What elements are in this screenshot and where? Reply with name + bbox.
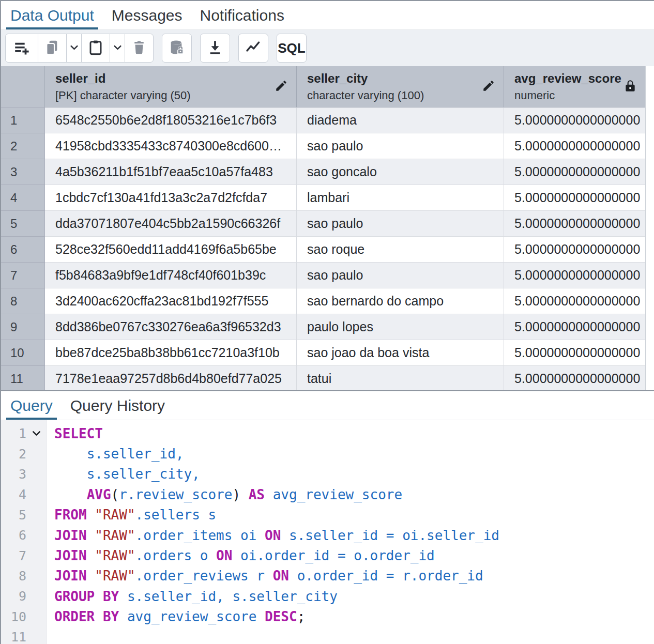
code-line[interactable]: SELECT [47, 423, 654, 443]
row-number[interactable]: 1 [1, 108, 45, 133]
cell[interactable]: 5.0000000000000000 [504, 133, 646, 159]
cell[interactable]: 5.0000000000000000 [504, 288, 646, 314]
cell[interactable]: 7178e1eaa97257d8b6d4b80efd77a025 [45, 366, 297, 390]
cell[interactable]: 5.0000000000000000 [504, 237, 646, 263]
tab-messages[interactable]: Messages [108, 1, 187, 29]
cell[interactable]: sao roque [297, 237, 504, 263]
grid-header-row: seller_id [PK] character varying (50) se… [1, 66, 654, 108]
row-number[interactable]: 6 [1, 237, 45, 263]
column-header-seller-id[interactable]: seller_id [PK] character varying (50) [45, 66, 297, 107]
cell[interactable]: 5.0000000000000000 [504, 263, 646, 288]
copy-options-button[interactable] [66, 34, 82, 63]
cell[interactable]: 5.0000000000000000 [504, 314, 646, 340]
table-row: 10bbe87dce25ba8b38bb61cc7210a3f10bsao jo… [1, 340, 654, 366]
copy-button[interactable] [38, 34, 67, 63]
delete-row-button[interactable] [125, 34, 154, 63]
code-line[interactable]: FROM "RAW".sellers s [47, 505, 654, 525]
fold-chevron-icon[interactable] [26, 430, 46, 437]
cell[interactable]: sao bernardo do campo [297, 288, 504, 314]
cell[interactable]: paulo lopes [297, 314, 504, 340]
table-row: 5dda37071807e404c5bb2a1590c66326fsao pau… [1, 211, 654, 237]
code-line[interactable]: AVG(r.review_score) AS avg_review_score [47, 484, 654, 504]
cell[interactable]: 5.0000000000000000 [504, 366, 646, 390]
row-number[interactable]: 7 [1, 263, 45, 288]
code-line[interactable]: JOIN "RAW".order_items oi ON s.seller_id… [47, 525, 654, 545]
code-line[interactable]: ORDER BY avg_review_score DESC; [47, 607, 654, 627]
code-line[interactable]: JOIN "RAW".order_reviews r ON o.order_id… [47, 566, 654, 586]
row-number[interactable]: 3 [1, 159, 45, 185]
table-row: 16548c2550b6e2d8f18053216e1c7b6f3diadema… [1, 108, 654, 133]
row-number[interactable]: 11 [1, 366, 45, 390]
cell[interactable]: 6548c2550b6e2d8f18053216e1c7b6f3 [45, 108, 297, 133]
cell[interactable]: sao paulo [297, 263, 504, 288]
save-data-changes-button[interactable] [162, 34, 192, 63]
pencil-icon [275, 79, 288, 95]
cell[interactable]: 4a5b36211b1f51bf7eaa5c10a57fa483 [45, 159, 297, 185]
results-tab-bar: Data Output Messages Notifications [1, 1, 654, 30]
code-line[interactable]: s.seller_id, [47, 443, 654, 464]
code-line[interactable]: s.seller_city, [47, 464, 654, 484]
row-number[interactable]: 9 [1, 314, 45, 340]
table-row: 41cbdc7cf130a41fd13a3c2a7d2fcfda7lambari… [1, 185, 654, 211]
cell[interactable]: dda37071807e404c5bb2a1590c66326f [45, 211, 297, 237]
tab-query-history[interactable]: Query History [66, 391, 169, 420]
table-row: 34a5b36211b1f51bf7eaa5c10a57fa483sao gon… [1, 159, 654, 185]
cell[interactable]: 5.0000000000000000 [504, 185, 646, 211]
line-number: 10 [11, 609, 26, 624]
chevron-down-icon [70, 44, 79, 53]
column-header-seller-city[interactable]: seller_city character varying (100) [297, 66, 504, 107]
line-number: 3 [19, 467, 26, 482]
add-row-button[interactable] [5, 34, 38, 63]
editor-code-area[interactable]: SELECT s.seller_id, s.seller_city, AVG(r… [47, 420, 654, 644]
row-number[interactable]: 8 [1, 288, 45, 314]
cell[interactable]: 41958cbd3335433c8740300e8cd600… [45, 133, 297, 159]
grid-scrollbar[interactable] [645, 66, 654, 390]
cell[interactable]: tatui [297, 366, 504, 390]
cell[interactable]: 8dd386be0767c330276ea6a3f96532d3 [45, 314, 297, 340]
tab-query[interactable]: Query [6, 391, 57, 420]
cell[interactable]: 1cbdc7cf130a41fd13a3c2a7d2fcfda7 [45, 185, 297, 211]
cell[interactable]: diadema [297, 108, 504, 133]
row-number[interactable]: 4 [1, 185, 45, 211]
graph-visualiser-button[interactable] [238, 34, 268, 63]
cell[interactable]: sao joao da boa vista [297, 340, 504, 366]
column-type: character varying (100) [307, 89, 482, 102]
row-number[interactable]: 2 [1, 133, 45, 159]
cell[interactable]: sao goncalo [297, 159, 504, 185]
cell[interactable]: sao paulo [297, 211, 504, 237]
cell[interactable]: 3d2400ac620cffa23ac81bd192f7f555 [45, 288, 297, 314]
tab-data-output[interactable]: Data Output [6, 1, 98, 29]
select-all-corner[interactable] [1, 66, 45, 107]
line-number: 7 [19, 548, 26, 563]
code-line[interactable]: GROUP BY s.seller_id, s.seller_city [47, 586, 654, 606]
column-header-avg-review-score[interactable]: avg_review_score numeric [504, 66, 646, 107]
column-type: [PK] character varying (50) [55, 89, 275, 102]
cell[interactable]: 5.0000000000000000 [504, 108, 646, 133]
table-row: 98dd386be0767c330276ea6a3f96532d3paulo l… [1, 314, 654, 340]
cell[interactable]: 5.0000000000000000 [504, 340, 646, 366]
cell[interactable]: sao paulo [297, 133, 504, 159]
table-row: 241958cbd3335433c8740300e8cd600…sao paul… [1, 133, 654, 159]
paste-button[interactable] [81, 34, 110, 63]
add-row-icon [13, 39, 31, 58]
line-number: 8 [19, 569, 26, 584]
row-number[interactable]: 10 [1, 340, 45, 366]
cell[interactable]: 5.0000000000000000 [504, 159, 646, 185]
cell[interactable]: 528ce32f560edd11add4169f6a5b65be [45, 237, 297, 263]
code-line[interactable] [47, 627, 654, 644]
row-number[interactable]: 5 [1, 211, 45, 237]
code-line[interactable]: JOIN "RAW".orders o ON oi.order_id = o.o… [47, 545, 654, 565]
cell[interactable]: 5.0000000000000000 [504, 211, 646, 237]
trash-icon [131, 39, 147, 57]
copy-icon [44, 39, 60, 57]
paste-options-button[interactable] [110, 34, 125, 63]
download-csv-button[interactable] [200, 34, 230, 63]
tab-notifications[interactable]: Notifications [196, 1, 288, 29]
sql-editor[interactable]: 1234567891011 SELECT s.seller_id, s.sell… [1, 420, 654, 644]
column-name: seller_city [307, 71, 482, 86]
cell[interactable]: lambari [297, 185, 504, 211]
sql-button[interactable]: SQL [277, 34, 307, 63]
results-toolbar: SQL [1, 30, 654, 66]
cell[interactable]: f5b84683a9bf9e1df748cf40f601b39c [45, 263, 297, 288]
cell[interactable]: bbe87dce25ba8b38bb61cc7210a3f10b [45, 340, 297, 366]
